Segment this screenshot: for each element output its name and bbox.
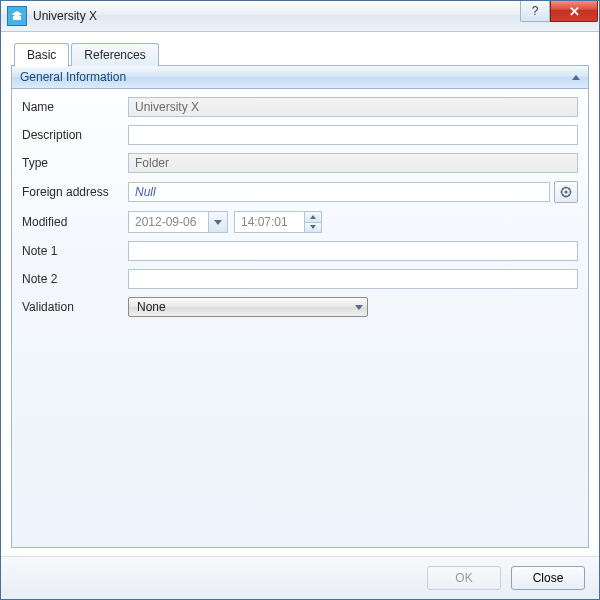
note2-field[interactable] [128,269,578,289]
tab-label: Basic [27,48,56,62]
ok-button[interactable]: OK [427,566,501,590]
label-type: Type [22,156,122,170]
help-icon: ? [532,4,539,18]
dialog-footer: OK Close [1,556,599,599]
svg-rect-0 [13,16,21,20]
gear-icon [560,186,572,198]
form-general-information: Name Description Type Foreign address Mo… [12,89,588,327]
tab-references[interactable]: References [71,43,158,66]
tab-basic[interactable]: Basic [14,43,69,67]
tabstrip: Basic References [11,42,589,66]
chevron-down-icon [214,220,222,225]
modified-date-value: 2012-09-06 [129,215,208,229]
window-title: University X [33,9,97,23]
chevron-down-icon [310,225,316,229]
time-spinner [304,212,321,232]
help-button[interactable]: ? [520,1,550,22]
label-modified: Modified [22,215,122,229]
validation-value: None [135,300,166,314]
note1-field[interactable] [128,241,578,261]
app-icon [7,6,27,26]
section-title: General Information [20,70,126,84]
svg-point-2 [564,190,567,193]
type-field[interactable] [128,153,578,173]
tab-page-basic: General Information Name Description Typ… [11,65,589,548]
dialog-window: University X ? ✕ Basic References Genera… [0,0,600,600]
window-close-button[interactable]: ✕ [550,1,598,22]
client-area: Basic References General Information Nam… [1,32,599,556]
modified-date-picker[interactable]: 2012-09-06 [128,211,228,233]
chevron-up-icon [572,75,580,80]
chevron-up-icon [310,215,316,219]
date-dropdown-button[interactable] [208,212,227,232]
foreign-address-field[interactable] [128,182,550,202]
name-field[interactable] [128,97,578,117]
label-description: Description [22,128,122,142]
section-header-general-information[interactable]: General Information [12,66,588,89]
foreign-address-settings-button[interactable] [554,181,578,203]
label-validation: Validation [22,300,122,314]
label-note1: Note 1 [22,244,122,258]
validation-select[interactable]: None [128,297,368,317]
label-name: Name [22,100,122,114]
description-field[interactable] [128,125,578,145]
time-spin-down[interactable] [305,222,321,233]
modified-time-picker[interactable]: 14:07:01 [234,211,322,233]
tab-label: References [84,48,145,62]
modified-time-value: 14:07:01 [235,215,304,229]
titlebar: University X ? ✕ [1,1,599,32]
chevron-down-icon [355,305,363,310]
time-spin-up[interactable] [305,212,321,222]
label-foreign-address: Foreign address [22,185,122,199]
close-icon: ✕ [569,4,580,19]
close-button[interactable]: Close [511,566,585,590]
label-note2: Note 2 [22,272,122,286]
